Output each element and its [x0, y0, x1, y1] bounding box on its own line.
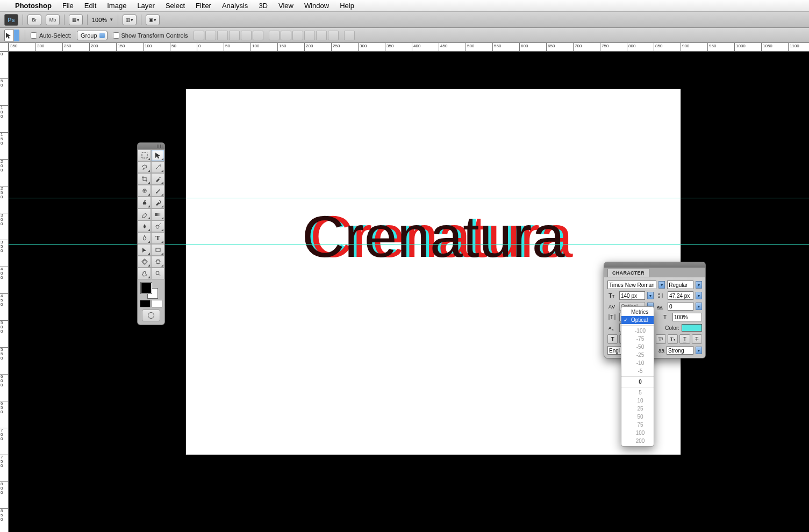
mini-black[interactable] [140, 300, 151, 307]
eraser-tool[interactable] [138, 209, 151, 220]
canvas-text-group[interactable]: Crenatura Crenatura Crenatura [302, 202, 564, 271]
history-brush-tool[interactable] [151, 197, 164, 209]
dist-right-button[interactable] [328, 31, 339, 40]
underline-button[interactable]: T [679, 334, 690, 344]
dist-bottom-button[interactable] [292, 31, 303, 40]
align-bottom-button[interactable] [217, 31, 228, 40]
tool-preset-dropdown[interactable] [13, 30, 19, 41]
strikethrough-button[interactable]: T [692, 334, 702, 344]
subscript-button[interactable]: T₁ [668, 334, 678, 344]
font-style-field[interactable] [667, 281, 693, 289]
align-left-button[interactable] [229, 31, 240, 40]
kern-val[interactable]: 75 [621, 421, 654, 429]
menu-window[interactable]: Window [299, 2, 334, 10]
auto-select-checkbox[interactable]: Auto-Select: [31, 32, 71, 39]
3d-orbit-tool[interactable] [151, 256, 164, 268]
auto-select-type[interactable]: Group [77, 31, 108, 40]
eyedropper-tool[interactable] [151, 173, 164, 185]
arrange-button[interactable]: ▥▾ [123, 15, 137, 25]
leading-input[interactable] [669, 293, 692, 299]
kern-val[interactable]: 50 [621, 413, 654, 421]
kern-val[interactable]: -50 [621, 343, 654, 351]
auto-select-input[interactable] [31, 32, 37, 39]
menu-select[interactable]: Select [160, 2, 190, 10]
font-family-input[interactable] [609, 282, 655, 288]
font-family-field[interactable] [607, 281, 656, 289]
font-style-dropdown[interactable]: ▼ [696, 281, 702, 289]
leading-field[interactable] [668, 291, 693, 300]
font-style-input[interactable] [669, 282, 692, 288]
rectangle-tool[interactable] [151, 244, 164, 256]
brush-tool[interactable] [151, 185, 164, 197]
panel-grip[interactable] [138, 143, 164, 149]
menu-view[interactable]: View [273, 2, 299, 10]
gradient-tool[interactable] [151, 209, 164, 220]
kern-val[interactable]: -25 [621, 351, 654, 359]
menu-filter[interactable]: Filter [190, 2, 217, 10]
zoom-level[interactable]: 100%▼ [92, 17, 113, 23]
align-hcenter-button[interactable] [241, 31, 252, 40]
hand-tool[interactable] [138, 268, 151, 279]
text-color-swatch[interactable] [682, 324, 702, 332]
ruler-origin[interactable] [0, 43, 9, 52]
dist-vcenter-button[interactable] [281, 31, 291, 40]
align-right-button[interactable] [253, 31, 263, 40]
dist-hcenter-button[interactable] [316, 31, 327, 40]
character-tab[interactable]: CHARACTER [607, 269, 649, 277]
character-panel[interactable]: CHARACTER ▼ ▼ TT ▼ AA ▼ AV ▼ AV ▼ T [604, 262, 706, 358]
kern-val[interactable]: 200 [621, 437, 654, 445]
type-tool[interactable]: T [151, 232, 164, 244]
kern-val[interactable]: 25 [621, 405, 654, 413]
menu-analysis[interactable]: Analysis [217, 2, 253, 10]
screen-mode-button[interactable]: ▣▾ [146, 15, 160, 25]
show-transform-input[interactable] [113, 32, 119, 39]
menu-3d[interactable]: 3D [253, 2, 273, 10]
font-family-dropdown[interactable]: ▼ [658, 281, 665, 289]
align-top-button[interactable] [194, 31, 204, 40]
tracking-input[interactable] [669, 304, 692, 310]
bold-button[interactable]: T [607, 334, 618, 344]
app-name[interactable]: Photoshop [10, 2, 57, 10]
move-tool-icon[interactable] [4, 30, 19, 41]
mini-white[interactable] [152, 300, 162, 307]
ps-badge-icon[interactable]: Ps [4, 14, 18, 26]
move-tool[interactable] [151, 149, 164, 161]
panel-grip[interactable] [604, 262, 705, 268]
kern-val[interactable]: 10 [621, 397, 654, 405]
bridge-button[interactable]: Br [27, 15, 41, 25]
menu-file[interactable]: File [57, 2, 79, 10]
dist-top-button[interactable] [269, 31, 280, 40]
tracking-dropdown[interactable]: ▼ [696, 303, 702, 310]
kern-val[interactable]: -10 [621, 359, 654, 367]
crop-tool[interactable] [138, 173, 151, 185]
marquee-tool[interactable] [138, 149, 151, 161]
kern-val[interactable]: 100 [621, 429, 654, 437]
show-transform-checkbox[interactable]: Show Transform Controls [113, 32, 188, 39]
menu-help[interactable]: Help [334, 2, 360, 10]
color-swatches[interactable] [140, 282, 162, 299]
align-vcenter-button[interactable] [205, 31, 216, 40]
magic-wand-tool[interactable] [151, 161, 164, 173]
guide-2[interactable] [9, 244, 809, 245]
kern-val[interactable]: -75 [621, 335, 654, 343]
kern-val[interactable]: 5 [621, 389, 654, 397]
antialias-input[interactable] [668, 348, 692, 354]
leading-dropdown[interactable]: ▼ [696, 292, 702, 299]
horizontal-ruler[interactable]: 3503002502001501005005010015020025030035… [9, 43, 809, 52]
menu-image[interactable]: Image [102, 2, 132, 10]
zoom-tool[interactable] [151, 268, 164, 279]
quick-mask-button[interactable] [142, 310, 160, 321]
font-size-input[interactable] [621, 293, 643, 299]
lasso-tool[interactable] [138, 161, 151, 173]
font-size-dropdown[interactable]: ▼ [647, 292, 654, 299]
menu-layer[interactable]: Layer [132, 2, 160, 10]
clone-stamp-tool[interactable] [138, 197, 151, 209]
view-extras-button[interactable]: ▦▾ [69, 15, 83, 25]
blur-tool[interactable] [138, 220, 151, 232]
vertical-ruler[interactable]: 0501001502002503003504004505005506006507… [0, 52, 9, 532]
hscale-field[interactable] [672, 313, 702, 321]
foreground-color-swatch[interactable] [141, 283, 152, 293]
dodge-tool[interactable] [151, 220, 164, 232]
kern-val[interactable]: -5 [621, 367, 654, 375]
auto-align-button[interactable] [344, 31, 355, 40]
